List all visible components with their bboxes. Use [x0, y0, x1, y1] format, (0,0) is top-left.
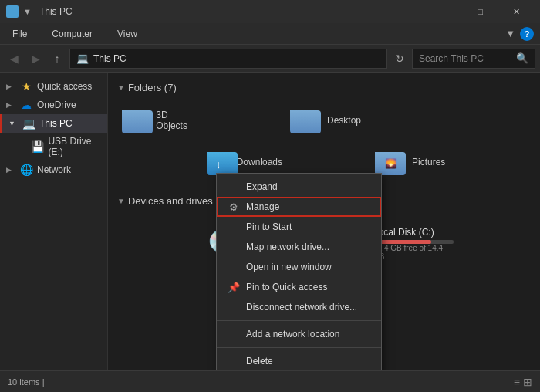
maximize-button[interactable]: □: [463, 0, 498, 23]
status-tiles-icon[interactable]: ⊞: [523, 376, 532, 388]
sidebar-icon-thispc: 💻: [22, 117, 35, 130]
folder-icon-pictures: 🌄: [375, 149, 406, 175]
close-button[interactable]: ✕: [499, 0, 534, 23]
ctx-pin-start-label: Pin to Start: [246, 221, 292, 232]
content-area: ▼ Folders (7) 3D Objects Desktop: [108, 73, 540, 370]
sidebar-label-onedrive: OneDrive: [37, 100, 76, 110]
drive-free-c: 10.4 GB free of 14.4 GB: [373, 244, 454, 261]
search-placeholder: Search This PC: [419, 53, 484, 64]
ctx-expand-icon: [228, 181, 240, 193]
ribbon-file[interactable]: File: [6, 25, 33, 42]
sidebar-arrow-network: ▶: [6, 166, 15, 174]
ctx-expand[interactable]: Expand: [217, 177, 381, 197]
folders-chevron: ▼: [117, 83, 125, 92]
ctx-disconnect-icon: [228, 301, 240, 313]
ctx-manage-label: Manage: [246, 201, 279, 212]
address-path: This PC: [93, 53, 127, 64]
sidebar: ▶ ★ Quick access ▶ ☁ OneDrive ▼ 💻 This P…: [0, 73, 108, 370]
addressbar: ◀ ▶ ↑ 💻 This PC ↻ Search This PC 🔍: [0, 45, 540, 73]
folder-icon-downloads: ↓: [207, 149, 231, 175]
ctx-pin-start-icon: [228, 221, 240, 233]
ctx-manage-icon: ⚙: [228, 201, 240, 213]
sidebar-arrow-quickaccess: ▶: [6, 83, 15, 90]
minimize-button[interactable]: ─: [427, 0, 461, 23]
folder-desktop[interactable]: Desktop: [285, 103, 370, 138]
sidebar-item-thispc[interactable]: ▼ 💻 This PC: [0, 114, 107, 133]
drives-title: Devices and drives: [128, 195, 213, 207]
folder-pictures[interactable]: 🌄 Pictures: [370, 144, 455, 180]
sidebar-label-quickaccess: Quick access: [37, 81, 92, 92]
sidebar-icon-quickaccess: ★: [20, 80, 32, 93]
ctx-open-new-icon: [228, 261, 240, 273]
ribbon-computer[interactable]: Computer: [46, 25, 99, 42]
folder-name-pictures: Pictures: [412, 157, 445, 167]
forward-button[interactable]: ▶: [26, 49, 45, 68]
ctx-separator-1: [217, 320, 381, 321]
ctx-map-network-icon: [228, 241, 240, 253]
back-button[interactable]: ◀: [5, 49, 23, 68]
sidebar-icon-onedrive: ☁: [20, 99, 32, 111]
ctx-pin-start[interactable]: Pin to Start: [217, 217, 381, 237]
help-button[interactable]: ?: [520, 27, 534, 41]
sidebar-arrow-thispc: ▼: [8, 120, 18, 127]
sidebar-item-network[interactable]: ▶ 🌐 Network: [0, 161, 107, 179]
folder-3d-objects[interactable]: 3D Objects: [117, 103, 202, 138]
ctx-map-network-label: Map network drive...: [246, 242, 329, 252]
address-box[interactable]: 💻 This PC: [69, 49, 387, 69]
drive-info-c: Local Disk (C:) 10.4 GB free of 14.4 GB: [373, 227, 454, 261]
ctx-add-network[interactable]: Add a network location: [217, 324, 381, 344]
titlebar: ▼ This PC ─ □ ✕: [0, 0, 540, 23]
sidebar-item-usb[interactable]: 💾 USB Drive (E:): [0, 133, 107, 161]
status-details-icon[interactable]: ≡: [514, 376, 520, 388]
ctx-expand-label: Expand: [246, 181, 278, 192]
main-layout: ▶ ★ Quick access ▶ ☁ OneDrive ▼ 💻 This P…: [0, 73, 540, 370]
ctx-manage[interactable]: ⚙ Manage: [217, 197, 381, 217]
ctx-open-new[interactable]: Open in new window: [217, 257, 381, 277]
folder-name-3d: 3D Objects: [156, 110, 197, 131]
ctx-disconnect-label: Disconnect network drive...: [246, 302, 357, 313]
folders-header: ▼ Folders (7): [117, 82, 531, 93]
ribbon-view[interactable]: View: [111, 25, 143, 42]
sidebar-icon-network: 🌐: [20, 164, 32, 176]
ctx-delete-label: Delete: [246, 356, 273, 367]
up-button[interactable]: ↑: [48, 49, 66, 68]
ctx-add-network-label: Add a network location: [246, 329, 339, 340]
search-box[interactable]: Search This PC 🔍: [412, 49, 535, 69]
sidebar-item-quickaccess[interactable]: ▶ ★ Quick access: [0, 77, 107, 96]
context-menu: Expand ⚙ Manage Pin to Start Map network…: [216, 173, 382, 370]
ctx-open-new-label: Open in new window: [246, 262, 332, 272]
folder-name-downloads: Downloads: [237, 157, 282, 167]
refresh-button[interactable]: ↻: [390, 49, 409, 68]
ctx-separator-2: [217, 347, 381, 348]
folder-icon-3d: [122, 107, 150, 133]
ctx-map-network[interactable]: Map network drive...: [217, 237, 381, 257]
quick-toolbar: ▼: [23, 7, 32, 16]
folders-title: Folders (7): [128, 82, 177, 93]
folder-name-desktop: Desktop: [327, 115, 361, 126]
sidebar-label-network: Network: [37, 164, 71, 175]
ctx-delete[interactable]: Delete: [217, 351, 381, 370]
folders-grid: 3D Objects Desktop ↓ Downloads: [117, 103, 531, 180]
sidebar-arrow-onedrive: ▶: [6, 101, 15, 109]
ctx-pin-quick[interactable]: 📌 Pin to Quick access: [217, 277, 381, 297]
address-pc-icon: 💻: [76, 52, 89, 64]
titlebar-left: ▼ This PC: [6, 5, 73, 18]
drive-name-c: Local Disk (C:): [373, 227, 454, 238]
titlebar-controls: ─ □ ✕: [427, 0, 534, 23]
titlebar-title: This PC: [39, 6, 73, 17]
ctx-pin-quick-icon: 📌: [228, 281, 240, 293]
statusbar: 10 items | ≡ ⊞: [0, 370, 540, 392]
ribbon-expand-icon[interactable]: ▼: [505, 28, 515, 39]
sidebar-label-usb: USB Drive (E:): [48, 136, 101, 157]
search-icon: 🔍: [516, 52, 528, 64]
ribbon: File Computer View ▼ ?: [0, 23, 540, 45]
ctx-disconnect[interactable]: Disconnect network drive...: [217, 297, 381, 317]
drives-chevron: ▼: [117, 197, 125, 205]
sidebar-item-onedrive[interactable]: ▶ ☁ OneDrive: [0, 96, 107, 114]
sidebar-label-thispc: This PC: [39, 118, 73, 129]
status-text: 10 items |: [8, 377, 45, 387]
ctx-delete-icon: [228, 355, 240, 367]
ctx-add-network-icon: [228, 328, 240, 340]
folder-icon-desktop: [290, 107, 321, 133]
ctx-pin-quick-label: Pin to Quick access: [246, 282, 327, 292]
